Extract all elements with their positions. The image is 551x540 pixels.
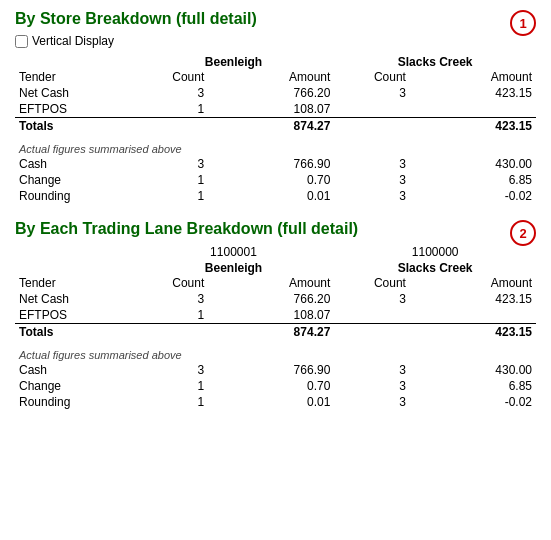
lane2-id: 1100000: [334, 244, 536, 260]
tender-label: Rounding: [15, 188, 133, 204]
lane-id-row: 1100001 1100000: [15, 244, 536, 260]
count2-val: 3: [334, 85, 410, 101]
amount2-val: [410, 307, 536, 324]
count2-val: 3: [334, 172, 410, 188]
section2-badge: 2: [510, 220, 536, 246]
totals-label: Totals: [15, 324, 133, 341]
amount2-val: -0.02: [410, 188, 536, 204]
totals-amount2: 423.15: [410, 324, 536, 341]
count2-val: 3: [334, 291, 410, 307]
empty-cell: [15, 260, 133, 275]
tender-label: EFTPOS: [15, 101, 133, 118]
count2-val: [334, 307, 410, 324]
section1-table: Beenleigh Slacks Creek Tender Count Amou…: [15, 54, 536, 204]
totals-label: Totals: [15, 118, 133, 135]
col-header-row: Tender Count Amount Count Amount: [15, 69, 536, 85]
table-row: Change 1 0.70 3 6.85: [15, 172, 536, 188]
actual-label: Actual figures summarised above: [15, 348, 536, 362]
totals-row: Totals 874.27 423.15: [15, 118, 536, 135]
table-row: Net Cash 3 766.20 3 423.15: [15, 291, 536, 307]
table-row: EFTPOS 1 108.07: [15, 307, 536, 324]
section1-badge: 1: [510, 10, 536, 36]
count2-val: 3: [334, 378, 410, 394]
store1-header: Beenleigh: [133, 260, 335, 275]
tender-label: Cash: [15, 156, 133, 172]
totals-amount2: 423.15: [410, 118, 536, 135]
spacer: [15, 134, 536, 142]
tender-label: Rounding: [15, 394, 133, 410]
table-row: Change 1 0.70 3 6.85: [15, 378, 536, 394]
header-tender: Tender: [15, 275, 133, 291]
empty-cell: [15, 244, 133, 260]
tender-label: Change: [15, 172, 133, 188]
count1-val: 1: [133, 378, 209, 394]
count1-val: 1: [133, 172, 209, 188]
count2-val: 3: [334, 362, 410, 378]
section2-table: 1100001 1100000 Beenleigh Slacks Creek T…: [15, 244, 536, 410]
amount2-val: 6.85: [410, 378, 536, 394]
amount1-val: 766.20: [208, 85, 334, 101]
amount2-val: 423.15: [410, 85, 536, 101]
store1-header: Beenleigh: [133, 54, 335, 69]
amount1-val: 108.07: [208, 101, 334, 118]
amount1-val: 0.01: [208, 188, 334, 204]
header-count2: Count: [334, 69, 410, 85]
store-header-row: Beenleigh Slacks Creek: [15, 54, 536, 69]
amount2-val: 430.00: [410, 156, 536, 172]
tender-label: EFTPOS: [15, 307, 133, 324]
count2-val: [334, 101, 410, 118]
tender-label: Net Cash: [15, 291, 133, 307]
header-amount2: Amount: [410, 69, 536, 85]
amount2-val: -0.02: [410, 394, 536, 410]
spacer: [15, 340, 536, 348]
table-row: EFTPOS 1 108.07: [15, 101, 536, 118]
store2-header: Slacks Creek: [334, 54, 536, 69]
totals-amount1: 874.27: [208, 324, 334, 341]
totals-count1: [133, 324, 209, 341]
totals-count1: [133, 118, 209, 135]
count1-val: 1: [133, 307, 209, 324]
amount2-val: 430.00: [410, 362, 536, 378]
amount2-val: [410, 101, 536, 118]
count2-val: 3: [334, 188, 410, 204]
vertical-display-label: Vertical Display: [32, 34, 114, 48]
section2-wrapper: By Each Trading Lane Breakdown (full det…: [15, 220, 536, 410]
count1-val: 1: [133, 101, 209, 118]
tender-label: Change: [15, 378, 133, 394]
count1-val: 3: [133, 362, 209, 378]
count2-val: 3: [334, 156, 410, 172]
totals-count2: [334, 324, 410, 341]
vertical-display-row: Vertical Display: [15, 34, 536, 48]
vertical-display-checkbox[interactable]: [15, 35, 28, 48]
amount1-val: 108.07: [208, 307, 334, 324]
actual-header: Actual figures summarised above: [15, 348, 536, 362]
empty-cell: [15, 54, 133, 69]
table-row: Cash 3 766.90 3 430.00: [15, 362, 536, 378]
amount2-val: 6.85: [410, 172, 536, 188]
table-row: Cash 3 766.90 3 430.00: [15, 156, 536, 172]
store2-header: Slacks Creek: [334, 260, 536, 275]
header-count1: Count: [133, 275, 209, 291]
section2-title: By Each Trading Lane Breakdown (full det…: [15, 220, 536, 238]
totals-amount1: 874.27: [208, 118, 334, 135]
header-amount1: Amount: [208, 275, 334, 291]
totals-row: Totals 874.27 423.15: [15, 324, 536, 341]
header-amount2: Amount: [410, 275, 536, 291]
count2-val: 3: [334, 394, 410, 410]
amount1-val: 0.70: [208, 378, 334, 394]
totals-count2: [334, 118, 410, 135]
count1-val: 1: [133, 188, 209, 204]
store-header-row: Beenleigh Slacks Creek: [15, 260, 536, 275]
amount1-val: 0.70: [208, 172, 334, 188]
count1-val: 3: [133, 156, 209, 172]
count1-val: 3: [133, 85, 209, 101]
table-row: Net Cash 3 766.20 3 423.15: [15, 85, 536, 101]
amount2-val: 423.15: [410, 291, 536, 307]
actual-header: Actual figures summarised above: [15, 142, 536, 156]
tender-label: Net Cash: [15, 85, 133, 101]
col-header-row: Tender Count Amount Count Amount: [15, 275, 536, 291]
amount1-val: 766.20: [208, 291, 334, 307]
actual-label: Actual figures summarised above: [15, 142, 536, 156]
section1-title: By Store Breakdown (full detail): [15, 10, 536, 28]
count1-val: 1: [133, 394, 209, 410]
